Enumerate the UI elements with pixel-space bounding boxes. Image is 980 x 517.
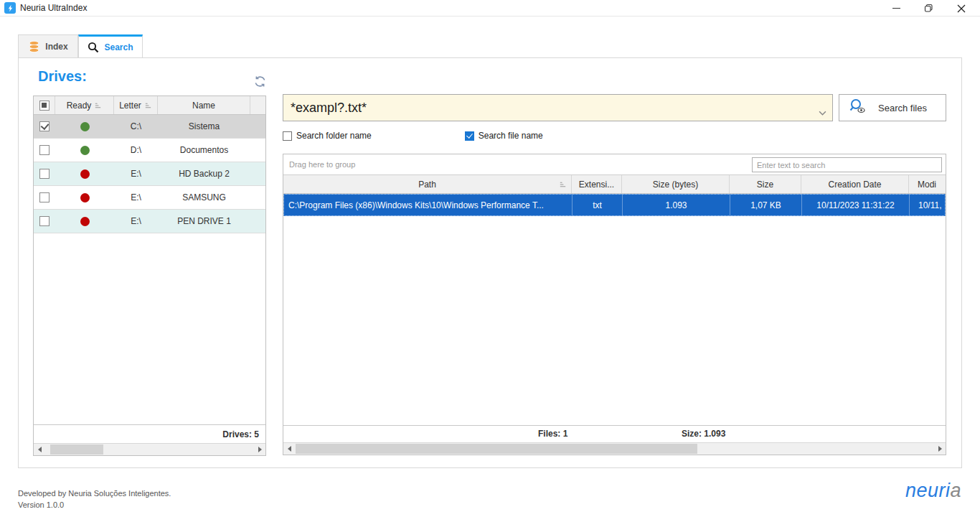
drive-checkbox[interactable]	[39, 169, 50, 179]
column-header-extension[interactable]: Extensi...	[572, 175, 622, 193]
column-header-creation-date-label: Creation Date	[828, 180, 881, 190]
search-file-name-checkbox[interactable]	[465, 131, 474, 141]
scroll-left-arrow[interactable]	[283, 443, 295, 455]
not-ready-status-icon	[80, 169, 90, 179]
database-icon	[28, 41, 40, 52]
drives-table-header: Ready Letter Name	[34, 96, 265, 115]
column-header-size-label: Size	[757, 180, 773, 190]
not-ready-status-icon	[80, 193, 90, 202]
tab-search-label: Search	[104, 42, 133, 52]
result-modified-date: 10/11,	[910, 195, 945, 215]
close-button[interactable]	[949, 0, 974, 17]
tab-bar: Index Search	[18, 34, 143, 58]
group-by-hint: Drag here to group	[283, 160, 355, 169]
developed-by-text: Developed by Neuria Soluções Inteligente…	[18, 489, 171, 498]
drive-name: HD Backup 2	[158, 162, 250, 185]
scroll-right-arrow[interactable]	[934, 443, 946, 455]
drive-checkbox[interactable]	[39, 145, 50, 155]
app-window: Neuria UltraIndex Index Search D	[0, 0, 980, 517]
column-header-letter[interactable]: Letter	[114, 96, 158, 114]
drive-checkbox[interactable]	[39, 216, 50, 226]
drive-letter: C:\	[114, 115, 158, 138]
drive-row-pen-drive-1[interactable]: E:\ PEN DRIVE 1	[34, 210, 265, 233]
restore-button[interactable]	[916, 0, 941, 17]
column-header-modified[interactable]: Modi	[909, 175, 946, 193]
close-icon	[957, 4, 966, 13]
column-header-letter-label: Letter	[119, 101, 141, 111]
results-status-bar: Files: 1 Size: 1.093	[283, 425, 946, 442]
drive-name: Documentos	[158, 139, 250, 162]
right-arrow-icon	[258, 447, 262, 452]
drive-checkbox[interactable]	[39, 121, 50, 131]
search-files-button[interactable]: Search files	[839, 94, 946, 121]
scrollbar-thumb[interactable]	[50, 444, 103, 455]
refresh-drives-button[interactable]	[253, 75, 268, 88]
group-by-band[interactable]: Drag here to group	[283, 154, 946, 175]
column-header-path[interactable]: Path	[283, 175, 572, 193]
column-header-ready[interactable]: Ready	[55, 96, 114, 114]
drive-row-samsung[interactable]: E:\ SAMSUNG	[34, 186, 265, 210]
drive-letter: E:\	[114, 186, 158, 209]
result-creation-date: 10/11/2023 11:31:22	[802, 195, 910, 215]
drives-count-status: Drives: 5	[34, 424, 265, 443]
search-query-input[interactable]	[283, 95, 832, 121]
result-path: C:\Program Files (x86)\Windows Kits\10\W…	[284, 195, 573, 215]
search-files-label: Search files	[867, 103, 938, 113]
drive-letter: E:\	[114, 162, 158, 185]
drive-row-documentos[interactable]: D:\ Documentos	[34, 139, 265, 162]
result-row[interactable]: C:\Program Files (x86)\Windows Kits\10\W…	[283, 194, 946, 216]
drive-row-hd-backup-2[interactable]: E:\ HD Backup 2	[34, 162, 265, 186]
search-tab-panel: Drives: Ready Letter Name	[18, 57, 962, 468]
ready-status-icon	[80, 146, 90, 155]
drives-horizontal-scrollbar[interactable]	[34, 443, 265, 455]
drive-checkbox[interactable]	[39, 192, 50, 202]
drive-name: SAMSUNG	[158, 186, 250, 209]
logo-blue-part: neuri	[905, 480, 951, 501]
logo-gray-part: a	[950, 480, 961, 501]
results-grid: Drag here to group Path Extensi... Size …	[283, 154, 946, 455]
ready-status-icon	[80, 122, 90, 131]
minimize-button[interactable]	[884, 0, 908, 17]
result-extension: txt	[573, 195, 623, 215]
scroll-left-arrow[interactable]	[34, 444, 45, 455]
version-text: Version 1.0.0	[18, 500, 64, 509]
results-horizontal-scrollbar[interactable]	[283, 442, 946, 455]
minimize-icon	[892, 8, 900, 9]
refresh-icon	[253, 75, 267, 88]
column-header-size[interactable]: Size	[730, 175, 801, 193]
select-all-header-cell[interactable]	[34, 96, 55, 114]
sort-lines-icon	[94, 102, 102, 109]
drive-row-sistema[interactable]: C:\ Sistema	[34, 115, 265, 139]
drive-name: PEN DRIVE 1	[158, 210, 250, 233]
column-header-filler	[250, 96, 265, 114]
column-header-creation-date[interactable]: Creation Date	[801, 175, 909, 193]
drive-letter: D:\	[114, 139, 158, 162]
drive-name: Sistema	[158, 115, 250, 138]
chevron-down-icon[interactable]	[819, 106, 826, 118]
search-folder-name-option[interactable]: Search folder name	[283, 131, 372, 141]
select-all-checkbox[interactable]	[39, 101, 50, 111]
tab-index[interactable]: Index	[18, 34, 78, 58]
search-folder-name-checkbox[interactable]	[283, 131, 292, 141]
scroll-right-arrow[interactable]	[254, 444, 265, 455]
column-header-ready-label: Ready	[67, 101, 92, 111]
right-arrow-icon	[938, 446, 942, 452]
column-header-size-bytes[interactable]: Size (bytes)	[622, 175, 730, 193]
drives-heading: Drives:	[38, 68, 87, 85]
column-header-path-label: Path	[418, 180, 436, 190]
column-header-name[interactable]: Name	[158, 96, 250, 114]
not-ready-status-icon	[80, 217, 90, 226]
drives-table-empty-area	[34, 233, 265, 424]
search-options-row: Search folder name Search file name	[283, 131, 543, 141]
column-header-name-label: Name	[192, 101, 215, 111]
result-size-bytes: 1.093	[623, 195, 730, 215]
scrollbar-thumb[interactable]	[296, 444, 697, 454]
grid-filter-input[interactable]	[752, 157, 942, 172]
results-header-row: Path Extensi... Size (bytes) Size Creati…	[283, 175, 946, 194]
magnifier-icon	[88, 42, 99, 53]
total-size-status: Size: 1.093	[682, 429, 725, 439]
tab-search[interactable]: Search	[78, 34, 143, 58]
search-file-name-option[interactable]: Search file name	[465, 131, 543, 141]
restore-icon	[924, 4, 933, 13]
left-arrow-icon	[288, 446, 291, 452]
